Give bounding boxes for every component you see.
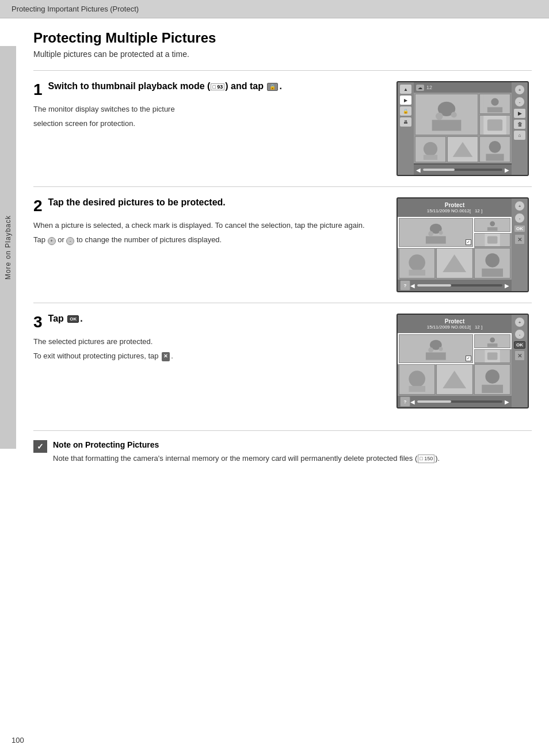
step-2-heading: 2 Tap the desired pictures to be protect… [33,197,385,215]
s3-progress-fill [417,400,451,403]
zoom-out-btn[interactable]: - [514,97,525,107]
protect-thumb2-img [475,219,510,231]
svg-rect-2 [432,120,462,131]
protect-thumb3-img [475,234,510,246]
book-ref-1: □ 93 [211,83,224,90]
right-arrow: ▶ [505,167,509,173]
step-3-heading-text: Tap OK. [48,314,83,323]
screen3-thumb-large: ✓ [399,334,473,363]
step-1-body: The monitor display switches to the pict… [33,104,385,129]
screen3-thumb5-img [437,365,472,394]
protect-thumb6-img [475,249,510,278]
camera-screen-2: Protect 15/11/2009 NO.0012[ 12 ] [396,197,529,292]
x-icon-inline: ✕ [162,352,170,361]
right-icon3: ▶ [514,109,525,118]
thumb5-img [448,137,478,162]
svg-rect-38 [426,352,446,360]
left-arrow: ◀ [416,167,421,173]
s3-zoom-out[interactable]: - [514,329,525,339]
svg-rect-9 [487,119,502,131]
s2-x-btn[interactable]: ✕ [514,234,525,245]
screen3-thumb2-img [475,335,510,348]
svg-point-40 [439,347,443,351]
step-1-body-line2: selection screen for protection. [33,118,385,129]
thumb-4 [415,136,446,162]
svg-point-21 [428,231,433,236]
page-subtitle: Multiple pictures can be protected at a … [33,49,532,59]
protect-thumb-3 [474,233,510,247]
sidebar-label: More on Playback [4,215,12,280]
thumb2-img [480,94,510,113]
svg-rect-7 [487,107,502,112]
protect-date-3: 15/11/2009 NO.0012[ 12 ] [427,324,483,330]
step-2-section: 2 Tap the desired pictures to be protect… [33,186,532,303]
page-number: 100 [12,736,24,744]
screen3-thumb-4 [399,364,435,395]
screen1-left-icons: ▲ ▶ 🔒 🖶 [398,82,414,175]
svg-point-29 [409,254,425,271]
screen1-header: ☁ 12 [414,82,512,93]
s3-help-btn[interactable]: ? [400,396,410,407]
svg-point-4 [451,112,457,117]
thumb-large-img [415,94,478,135]
thumb-5 [447,136,478,162]
protect-icon-inline: 🔒 [267,83,278,91]
screen3-bottom: ? ◀ ▶ [398,396,512,407]
s3-ok-btn[interactable]: OK [514,341,525,349]
svg-rect-48 [409,386,425,392]
protect-thumb-large-img [399,219,472,246]
thumb-2 [479,94,510,114]
svg-point-42 [490,337,495,342]
screen2-header: Protect 15/11/2009 NO.0012[ 12 ] [398,198,512,217]
screen3-thumb-6 [474,364,510,395]
note-icon-box: ✓ [33,440,47,453]
screen1-counter: 12 [426,85,432,90]
trash-icon: 🗑 [514,120,525,129]
svg-point-3 [436,113,443,120]
s3-progress [417,400,502,403]
screen3-thumb-2 [474,334,510,348]
protect-label-3: Protect [445,318,464,324]
svg-point-16 [489,141,501,153]
step-2-line1: When a picture is selected, a check mark… [33,220,385,231]
svg-rect-45 [487,352,498,360]
screen2-grid: ✓ [398,217,512,280]
screen2-bottom: ? ◀ ▶ [398,280,512,291]
protect-mode-icon: 🔒 [400,106,411,116]
step-1-heading-text: Switch to thumbnail playback mode (□ 93)… [48,81,282,91]
step-3-line1: The selected pictures are protected. [33,336,385,348]
step-1-section: 1 Switch to thumbnail playback mode (□ 9… [33,70,532,186]
s2-zoom-in[interactable]: + [514,201,525,211]
screen3-thumb-large-img [399,335,472,362]
step-1-heading: 1 Switch to thumbnail playback mode (□ 9… [33,81,385,99]
svg-point-6 [491,98,498,106]
screen3-right-icons: + - OK ✕ [512,315,528,407]
camera-mode-icon: ▲ [400,85,411,94]
s3-zoom-in[interactable]: + [514,317,525,327]
page-title: Protecting Multiple Pictures [33,30,532,46]
step-1-number: 1 [33,81,43,99]
zoom-in-btn[interactable]: + [514,85,525,95]
step-3-body: The selected pictures are protected. To … [33,336,385,362]
s2-help-btn[interactable]: ? [400,280,410,291]
check-overlay-1: ✓ [466,239,471,245]
step-3-left: 3 Tap OK. The selected pictures are prot… [33,314,385,408]
svg-point-24 [490,221,495,226]
progress-fill [423,169,455,171]
step-1-body-line1: The monitor display switches to the pict… [33,104,385,115]
step-2-body: When a picture is selected, a check mark… [33,220,385,246]
print-icon: 🖶 [400,117,411,127]
protect-date-2: 15/11/2009 NO.0012[ 12 ] [427,208,483,213]
camera-screen-3: Protect 15/11/2009 NO.0012[ 12 ] [396,314,529,408]
svg-rect-20 [426,236,446,243]
screen3-thumb4-img [399,365,434,394]
note-checkmark-icon: ✓ [37,442,44,451]
s2-right-arrow: ▶ [505,282,509,289]
s2-ok-btn[interactable]: OK [514,225,525,232]
s2-zoom-out[interactable]: - [514,213,525,223]
step-2-number: 2 [33,197,43,215]
s3-x-btn[interactable]: ✕ [514,350,525,361]
playback-icon: ▶ [400,96,411,105]
protect-thumb5-img [437,249,472,278]
screen1-grid [414,93,512,163]
